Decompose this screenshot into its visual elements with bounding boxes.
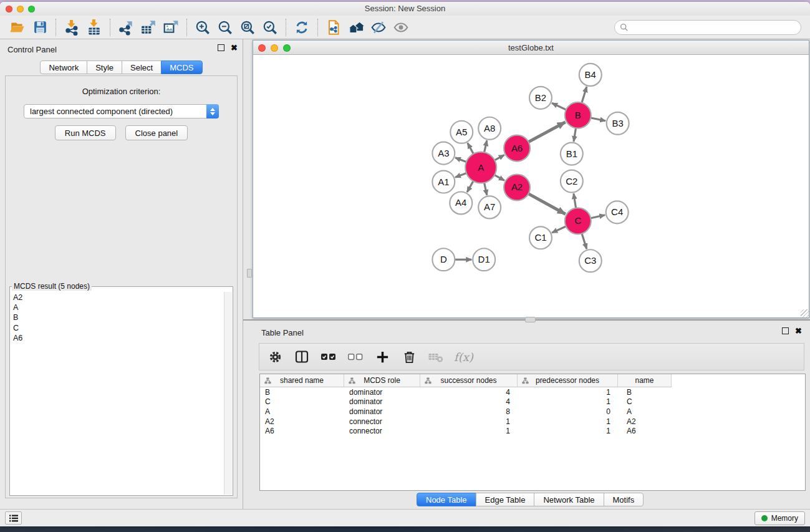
delete-row-button[interactable]	[400, 348, 418, 365]
float-panel-icon[interactable]	[218, 44, 224, 51]
select-all-button[interactable]	[320, 348, 337, 365]
criterion-select[interactable]: largest connected component (directed)	[24, 104, 219, 118]
save-session-button[interactable]	[29, 17, 51, 37]
graph-edge-C-C2[interactable]	[574, 193, 576, 208]
cell-successor-nodes[interactable]: 8	[420, 407, 518, 416]
zoom-fit-button[interactable]	[236, 17, 259, 37]
network-minimize-button[interactable]	[271, 44, 278, 52]
cell-shared-name[interactable]: C	[260, 397, 344, 406]
show-columns-button[interactable]	[293, 348, 311, 365]
tab-edge-table[interactable]: Edge Table	[476, 493, 535, 506]
graph-edge-B-B2[interactable]	[552, 103, 567, 110]
cell-name[interactable]: A	[618, 407, 672, 416]
cell-predecessor-nodes[interactable]: 1	[518, 397, 618, 406]
refresh-button[interactable]	[291, 17, 313, 37]
close-window-button[interactable]	[6, 6, 12, 12]
hide-details-button[interactable]	[367, 17, 390, 37]
tab-node-table[interactable]: Node Table	[417, 493, 476, 506]
network-zoom-button[interactable]	[283, 44, 291, 52]
graph-edge-A-A6[interactable]	[494, 155, 504, 160]
zoom-window-button[interactable]	[28, 6, 35, 12]
mcds-result-item[interactable]: A	[13, 302, 223, 312]
mcds-result-item[interactable]: B	[13, 312, 223, 322]
cell-name[interactable]: B	[618, 388, 672, 397]
cell-MCDS-role[interactable]: connector	[344, 417, 420, 426]
mcds-result-item[interactable]: A2	[13, 293, 223, 302]
resize-grip-icon[interactable]	[801, 309, 809, 317]
zoom-selected-button[interactable]	[259, 17, 281, 37]
delete-table-button[interactable]	[427, 348, 445, 365]
cell-predecessor-nodes[interactable]: 1	[518, 427, 618, 435]
horizontal-splitter-handle[interactable]	[525, 317, 536, 322]
run-mcds-button[interactable]: Run MCDS	[55, 125, 116, 140]
new-network-button[interactable]	[322, 17, 345, 37]
close-panel-button[interactable]: Close panel	[125, 125, 188, 140]
column-header-MCDS-role[interactable]: MCDS role	[344, 374, 420, 387]
mcds-result-scrollbar[interactable]	[224, 292, 232, 495]
graph-edge-A-A7[interactable]	[484, 182, 487, 195]
network-canvas[interactable]: B4B2BB3A5A8A6A3B1AA1C2A2A4A7CC4C1C3DD1	[253, 55, 809, 317]
network-close-button[interactable]	[258, 44, 266, 52]
close-panel-icon[interactable]: ✖	[231, 44, 238, 51]
import-table-button[interactable]	[83, 17, 105, 37]
close-table-panel-icon[interactable]: ✖	[795, 327, 802, 334]
export-table-button[interactable]	[137, 17, 160, 37]
tab-select[interactable]: Select	[122, 60, 162, 74]
apply-function-button[interactable]: f(x)	[454, 351, 473, 364]
column-header-name[interactable]: name	[618, 374, 672, 387]
open-session-button[interactable]	[6, 17, 29, 37]
cell-predecessor-nodes[interactable]: 1	[518, 388, 618, 397]
deselect-all-button[interactable]	[347, 348, 364, 365]
graph-edge-A-A2[interactable]	[494, 175, 504, 180]
cell-shared-name[interactable]: A6	[260, 427, 344, 435]
graph-edge-A-A4[interactable]	[467, 180, 473, 192]
add-row-button[interactable]	[374, 348, 391, 365]
mcds-result-item[interactable]: A6	[13, 333, 223, 343]
home-button[interactable]	[345, 17, 367, 37]
mcds-result-item[interactable]: C	[13, 323, 223, 333]
cell-name[interactable]: A6	[618, 427, 672, 435]
graph-edge-A2-C[interactable]	[528, 193, 566, 214]
cell-successor-nodes[interactable]: 1	[420, 427, 518, 435]
graph-edge-B-B3[interactable]	[590, 118, 605, 121]
cell-predecessor-nodes[interactable]: 1	[518, 417, 618, 426]
graph-edge-B-B1[interactable]	[574, 127, 576, 141]
cell-MCDS-role[interactable]: dominator	[344, 397, 420, 406]
cell-name[interactable]: C	[618, 397, 672, 406]
column-header-successor-nodes[interactable]: successor nodes	[420, 374, 518, 387]
cell-MCDS-role[interactable]: dominator	[344, 407, 420, 416]
graph-edge-A-A5[interactable]	[468, 143, 474, 154]
zoom-out-button[interactable]	[214, 17, 236, 37]
table-settings-button[interactable]	[266, 348, 284, 365]
tab-motifs[interactable]: Motifs	[604, 493, 644, 506]
memory-button[interactable]: Memory	[755, 511, 805, 525]
float-table-panel-icon[interactable]	[782, 327, 789, 334]
vertical-splitter-handle[interactable]	[247, 269, 252, 278]
cell-successor-nodes[interactable]: 4	[420, 397, 518, 406]
graph-edge-A-A8[interactable]	[484, 140, 486, 153]
tab-network-table[interactable]: Network Table	[534, 493, 604, 506]
column-header-shared-name[interactable]: shared name	[260, 374, 344, 387]
cell-shared-name[interactable]: A	[260, 407, 344, 416]
tab-mcds[interactable]: MCDS	[161, 60, 202, 74]
graph-edge-B-B4[interactable]	[582, 87, 587, 104]
tab-style[interactable]: Style	[87, 60, 122, 74]
task-history-button[interactable]	[5, 511, 22, 525]
cell-successor-nodes[interactable]: 4	[420, 388, 518, 397]
cell-predecessor-nodes[interactable]: 0	[518, 407, 618, 416]
export-image-button[interactable]	[160, 17, 182, 37]
graph-edge-C-C1[interactable]	[552, 226, 566, 233]
import-network-button[interactable]	[60, 17, 83, 37]
graph-edge-A-A1[interactable]	[455, 173, 467, 177]
graph-edge-C-C3[interactable]	[582, 233, 587, 249]
minimize-window-button[interactable]	[17, 6, 24, 12]
column-header-predecessor-nodes[interactable]: predecessor nodes	[518, 374, 618, 387]
zoom-in-button[interactable]	[191, 17, 214, 37]
search-input[interactable]	[632, 23, 796, 32]
cell-MCDS-role[interactable]: connector	[344, 427, 420, 435]
cell-name[interactable]: A2	[618, 417, 672, 426]
cell-MCDS-role[interactable]: dominator	[344, 388, 420, 397]
cell-successor-nodes[interactable]: 1	[420, 417, 518, 426]
cell-shared-name[interactable]: A2	[260, 417, 344, 426]
graph-edge-A6-B[interactable]	[528, 122, 566, 142]
